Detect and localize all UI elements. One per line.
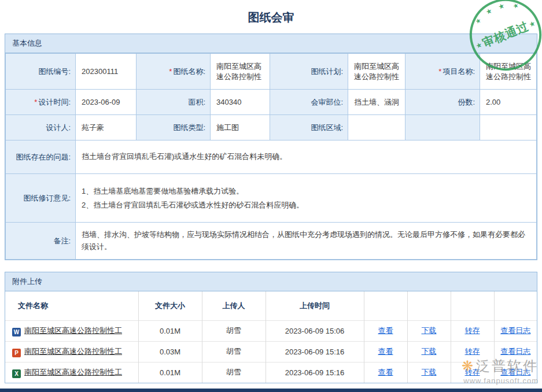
action-cell: 查看 [364, 320, 407, 341]
field-label: 面积: [137, 90, 211, 115]
attachment-size: 0.03M [138, 341, 202, 362]
attachments-section: 附件上传 文件名称 文件大小 上传人 上传时间 W南阳至城区高速公路控制性工 [5, 272, 537, 383]
column-header-size: 文件大小 [138, 291, 202, 320]
download-link[interactable]: 下载 [422, 347, 437, 356]
action-cell: 查看日志 [494, 320, 537, 341]
attachment-uploader: 胡雪 [202, 341, 266, 362]
field-label: 图纸类型: [137, 115, 211, 140]
field-label: *图纸名称: [137, 54, 211, 90]
powerpoint-file-icon: P [12, 349, 21, 357]
page-title: 图纸会审 [0, 0, 542, 34]
basic-info-header: 基本信息 [5, 34, 537, 53]
attachments-header-row: 文件名称 文件大小 上传人 上传时间 [5, 291, 537, 320]
field-label [405, 115, 480, 140]
required-mark: * [34, 98, 37, 106]
field-label: 图纸存在的问题: [6, 140, 76, 174]
table-row: 图纸修订意见: 1、挡土墙基底地基需要做地基验槽承载力试验。 2、挡土墙台背宜回… [6, 174, 537, 223]
view-log-link[interactable]: 查看日志 [500, 326, 530, 335]
column-header-actions [364, 291, 407, 320]
download-link[interactable]: 下载 [422, 368, 437, 376]
transfer-link[interactable]: 转存 [465, 347, 480, 356]
attachment-name-link[interactable]: 南阳至城区高速公路控制性工 [24, 326, 122, 335]
field-value: 南阳至城区高速公路控制性 [480, 54, 537, 90]
table-row: *设计时间: 2023-06-09 面积: 340340 会审部位: 挡土墙、涵… [6, 90, 537, 115]
view-log-link[interactable]: 查看日志 [500, 368, 530, 376]
field-value: 2.00 [480, 90, 537, 115]
view-link[interactable]: 查看 [378, 326, 393, 335]
excel-file-icon: X [12, 369, 21, 378]
column-header-actions [407, 291, 451, 320]
table-row: 设计人: 苑子豪 图纸类型: 施工图 图纸区域: [6, 115, 537, 140]
field-value: 1、挡土墙基底地基需要做地基验槽承载力试验。 2、挡土墙台背宜回填乱毛石灌砂或透… [76, 174, 537, 223]
action-cell: 查看日志 [494, 362, 537, 383]
column-header-name: 文件名称 [5, 291, 138, 320]
field-value: 苑子豪 [76, 115, 137, 140]
basic-info-section: 基本信息 图纸编号: 202300111 *图纸名称: 南阳至城区高速公路控制性… [5, 34, 537, 260]
field-label: 图纸修订意见: [6, 174, 76, 223]
action-cell: 查看 [364, 341, 407, 362]
attachments-header: 附件上传 [5, 272, 537, 291]
attachment-name-link[interactable]: 南阳至城区高速公路控制性工 [24, 368, 122, 376]
action-cell: 查看日志 [494, 341, 537, 362]
field-value: 南阳至城区高速公路控制性 [211, 54, 270, 90]
bottom-bar [0, 389, 542, 392]
column-header-time: 上传时间 [266, 291, 364, 320]
attachment-time: 2023-06-09 15:16 [266, 341, 364, 362]
attachment-name-link[interactable]: 南阳至城区高速公路控制性工 [24, 347, 122, 356]
attachment-time: 2023-06-09 15:06 [266, 320, 364, 341]
field-value: 202300111 [76, 54, 137, 90]
field-value: 南阳至城区高速公路控制性 [348, 54, 405, 90]
attachments-table: 文件名称 文件大小 上传人 上传时间 W南阳至城区高速公路控制性工 0.01M … [5, 291, 537, 383]
action-cell: 转存 [451, 320, 494, 341]
table-row: 图纸存在的问题: 挡土墙台背宜回填乱毛石灌)或通水生好的矿石混合料未明确。 [6, 140, 537, 174]
attachment-uploader: 胡雪 [202, 320, 266, 341]
field-value [348, 115, 405, 140]
field-value: 施工图 [211, 115, 270, 140]
action-cell: 下载 [407, 341, 451, 362]
required-mark: * [438, 67, 441, 76]
download-link[interactable]: 下载 [422, 326, 437, 335]
field-value [480, 115, 537, 140]
field-label: 图纸计划: [270, 54, 348, 90]
action-cell: 下载 [407, 320, 451, 341]
transfer-link[interactable]: 转存 [465, 368, 480, 376]
field-value: 340340 [211, 90, 270, 115]
field-label: *项目名称: [405, 54, 480, 90]
view-log-link[interactable]: 查看日志 [500, 347, 530, 356]
field-label: 份数: [405, 90, 480, 115]
field-label: 会审部位: [270, 90, 348, 115]
column-header-uploader: 上传人 [202, 291, 266, 320]
action-cell: 下载 [407, 362, 451, 383]
attachment-row: X南阳至城区高速公路控制性工 0.01M 胡雪 2023-06-09 15:16… [5, 362, 537, 383]
field-label: *设计时间: [6, 90, 76, 115]
field-label: 图纸编号: [6, 54, 76, 90]
field-label: 设计人: [6, 115, 76, 140]
attachment-size: 0.01M [138, 320, 202, 341]
field-value: 2023-06-09 [76, 90, 137, 115]
attachment-size: 0.01M [138, 362, 202, 383]
attachment-row: W南阳至城区高速公路控制性工 0.01M 胡雪 2023-06-09 15:06… [5, 320, 537, 341]
field-value: 挡墙、排水沟、护坡等结构物，应与现场实际情况相结合，从图纸中充分考虑现场遇到的情… [76, 223, 537, 260]
transfer-link[interactable]: 转存 [465, 326, 480, 335]
view-link[interactable]: 查看 [378, 368, 393, 376]
field-label: 图纸区域: [270, 115, 348, 140]
attachment-row: P南阳至城区高速公路控制性工 0.03M 胡雪 2023-06-09 15:16… [5, 341, 537, 362]
action-cell: 查看 [364, 362, 407, 383]
attachment-name-cell: X南阳至城区高速公路控制性工 [5, 362, 138, 383]
column-header-actions [494, 291, 537, 320]
required-mark: * [169, 67, 172, 76]
action-cell: 转存 [451, 341, 494, 362]
field-label: 备注: [6, 223, 76, 260]
table-row: 图纸编号: 202300111 *图纸名称: 南阳至城区高速公路控制性 图纸计划… [6, 54, 537, 90]
action-cell: 转存 [451, 362, 494, 383]
revision-line: 2、挡土墙台背宜回填乱毛石灌砂或透水性好的砂石混合料应明确。 [82, 198, 532, 212]
view-link[interactable]: 查看 [378, 347, 393, 356]
attachment-name-cell: W南阳至城区高速公路控制性工 [5, 320, 138, 341]
word-file-icon: W [12, 328, 21, 336]
revision-line: 1、挡土墙基底地基需要做地基验槽承载力试验。 [82, 184, 532, 198]
basic-info-table: 图纸编号: 202300111 *图纸名称: 南阳至城区高速公路控制性 图纸计划… [5, 53, 537, 260]
field-value: 挡土墙台背宜回填乱毛石灌)或通水生好的矿石混合料未明确。 [76, 140, 537, 174]
table-row: 备注: 挡墙、排水沟、护坡等结构物，应与现场实际情况相结合，从图纸中充分考虑现场… [6, 223, 537, 260]
attachment-time: 2023-06-09 15:16 [266, 362, 364, 383]
column-header-actions [451, 291, 494, 320]
